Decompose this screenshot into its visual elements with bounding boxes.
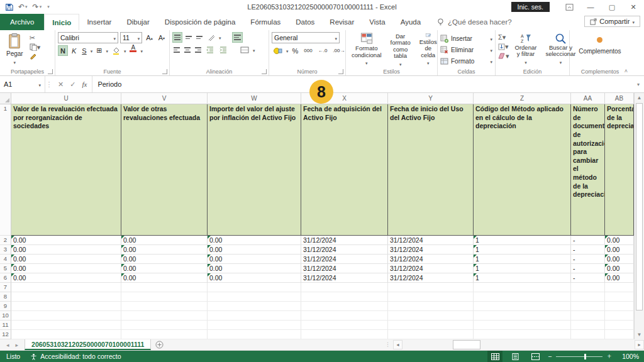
comma-style-button[interactable]: 000 <box>302 45 314 56</box>
cancel-entry-icon[interactable]: ✕ <box>58 80 64 89</box>
cell-U4[interactable]: 0.00 <box>11 255 121 264</box>
cell-W2[interactable]: 0.00 <box>208 236 301 245</box>
cell-W10[interactable] <box>208 311 301 321</box>
cell-Y6[interactable]: 31/12/2024 <box>388 273 474 283</box>
zoom-slider[interactable] <box>556 356 602 357</box>
cell-AB5[interactable]: 0.00 <box>605 264 634 273</box>
cell-U9[interactable] <box>11 302 121 311</box>
cell-V11[interactable] <box>121 321 208 330</box>
font-color-icon[interactable]: A <box>128 45 138 56</box>
decrease-indent-icon[interactable] <box>204 45 216 55</box>
dialog-launcher-icon[interactable] <box>262 69 267 74</box>
align-top-icon[interactable] <box>172 32 182 43</box>
cell-X6[interactable]: 31/12/2024 <box>301 273 388 283</box>
autosum-icon[interactable]: Σ▾ <box>498 33 509 41</box>
header-cell-Z1[interactable]: Código del Método aplicado en el cálculo… <box>474 104 571 236</box>
cell-Y4[interactable]: 31/12/2024 <box>388 255 474 264</box>
cell-W11[interactable] <box>208 321 301 330</box>
cell-AA8[interactable] <box>571 292 605 302</box>
tab-inicio[interactable]: Inicio <box>44 14 79 30</box>
tab-disposicion[interactable]: Disposición de página <box>157 14 243 30</box>
italic-button[interactable]: K <box>70 45 78 56</box>
orientation-icon[interactable] <box>206 32 217 43</box>
conditional-formatting-button[interactable]: Formato condicional <box>348 32 385 67</box>
view-page-layout-icon[interactable] <box>508 351 523 362</box>
cell-W7[interactable] <box>208 283 301 292</box>
cell-Y10[interactable] <box>388 311 474 321</box>
share-button[interactable]: Compartir <box>584 16 640 27</box>
zoom-in-icon[interactable]: ＋ <box>606 352 613 361</box>
fill-color-icon[interactable] <box>110 45 122 56</box>
cell-Y9[interactable] <box>388 302 474 311</box>
dialog-launcher-icon[interactable] <box>48 69 53 74</box>
column-header-Y[interactable]: Y <box>388 93 474 104</box>
format-as-table-button[interactable]: Dar formato como tabla <box>387 32 414 67</box>
column-header-AA[interactable]: AA <box>571 93 605 104</box>
name-box[interactable]: A1 <box>0 76 45 92</box>
cell-V4[interactable]: 0.00 <box>121 255 208 264</box>
cell-AB9[interactable] <box>605 302 634 311</box>
cell-W4[interactable]: 0.00 <box>208 255 301 264</box>
column-header-W[interactable]: W <box>208 93 301 104</box>
column-header-U[interactable]: U <box>11 93 121 104</box>
cell-Z4[interactable]: 1 <box>474 255 571 264</box>
cell-U5[interactable]: 0.00 <box>11 264 121 273</box>
cell-AB3[interactable]: 0.00 <box>605 245 634 255</box>
cell-AB8[interactable] <box>605 292 634 302</box>
delete-cells-button[interactable]: Eliminar <box>440 45 492 55</box>
cell-X3[interactable]: 31/12/2024 <box>301 245 388 255</box>
sheet-nav-left-icon[interactable]: ◂ <box>6 342 9 348</box>
cell-U7[interactable] <box>11 283 121 292</box>
vertical-scroll-thumb[interactable] <box>636 103 643 310</box>
header-cell-W1[interactable]: Importe del valor del ajuste por inflaci… <box>208 104 301 236</box>
tab-dibujar[interactable]: Dibujar <box>119 14 157 30</box>
cell-AB2[interactable]: 0.00 <box>605 236 634 245</box>
cell-U11[interactable] <box>11 321 121 330</box>
dialog-launcher-icon[interactable] <box>162 69 167 74</box>
tab-ayuda[interactable]: Ayuda <box>393 14 428 30</box>
cell-W12[interactable] <box>208 330 301 339</box>
row-number[interactable]: 4 <box>0 255 11 264</box>
cell-Y2[interactable]: 31/12/2024 <box>388 236 474 245</box>
cell-Z9[interactable] <box>474 302 571 311</box>
header-cell-Y1[interactable]: Fecha de inicio del Uso del Activo Fijo <box>388 104 474 236</box>
minimize-button[interactable]: — <box>580 0 601 14</box>
merge-center-icon[interactable] <box>238 45 251 55</box>
column-header-AB[interactable]: AB <box>605 93 634 104</box>
align-center-icon[interactable] <box>183 45 192 55</box>
decrease-decimal-icon[interactable]: .00→ <box>331 45 347 56</box>
cell-Y8[interactable] <box>388 292 474 302</box>
cell-V6[interactable]: 0.00 <box>121 273 208 283</box>
cell-X5[interactable]: 31/12/2024 <box>301 264 388 273</box>
tab-formulas[interactable]: Fórmulas <box>243 14 288 30</box>
cell-W5[interactable]: 0.00 <box>208 264 301 273</box>
cell-Z6[interactable]: 1 <box>474 273 571 283</box>
cell-W6[interactable]: 0.00 <box>208 273 301 283</box>
row-number[interactable]: 3 <box>0 245 11 255</box>
increase-decimal-icon[interactable]: ←.0 <box>316 45 330 56</box>
cell-AA12[interactable] <box>571 330 605 339</box>
tab-insertar[interactable]: Insertar <box>79 14 119 30</box>
copy-icon[interactable]: ▾ <box>30 43 41 51</box>
cell-Z11[interactable] <box>474 321 571 330</box>
sign-in-button[interactable]: Inic. ses. <box>511 2 550 12</box>
cell-X8[interactable] <box>301 292 388 302</box>
cut-icon[interactable]: ✂ <box>30 34 41 41</box>
row-number[interactable]: 9 <box>0 302 11 311</box>
cell-AB11[interactable] <box>605 321 634 330</box>
number-format-combo[interactable]: General <box>272 32 340 43</box>
sheet-tab-active[interactable]: 2060531032120250000070100001111 <box>25 339 151 350</box>
cell-X7[interactable] <box>301 283 388 292</box>
cell-X4[interactable]: 31/12/2024 <box>301 255 388 264</box>
row-number[interactable]: 1 <box>0 104 11 236</box>
cell-AB4[interactable]: 0.00 <box>605 255 634 264</box>
row-number[interactable]: 10 <box>0 311 11 321</box>
cell-Z3[interactable]: 1 <box>474 245 571 255</box>
tab-revisar[interactable]: Revisar <box>322 14 362 30</box>
cell-U10[interactable] <box>11 311 121 321</box>
confirm-entry-icon[interactable]: ✓ <box>70 80 75 89</box>
bold-button[interactable]: N <box>58 45 68 56</box>
collapse-ribbon-icon[interactable]: ˄ <box>625 68 628 74</box>
row-number[interactable]: 12 <box>0 330 11 339</box>
cell-Y5[interactable]: 31/12/2024 <box>388 264 474 273</box>
